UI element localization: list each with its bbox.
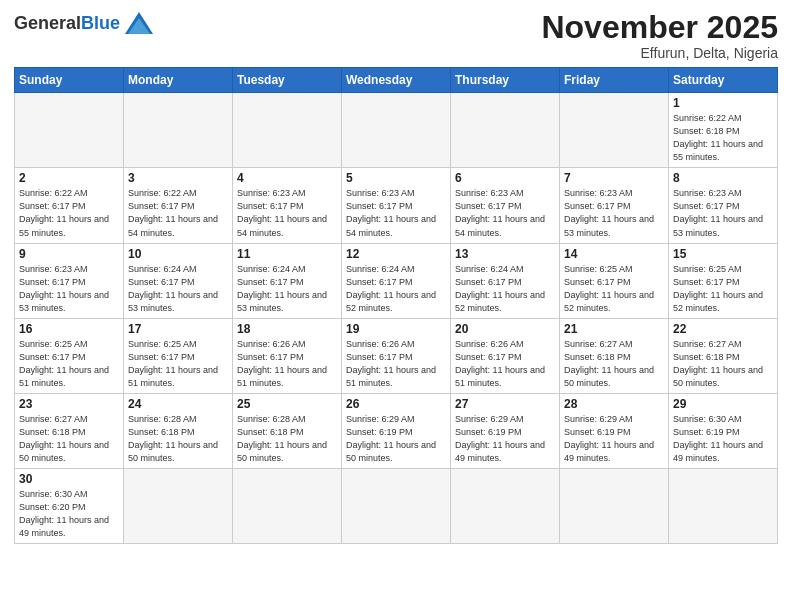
day-number: 23 (19, 397, 119, 411)
logo-icon (123, 10, 155, 36)
day-number: 21 (564, 322, 664, 336)
header: GeneralBlue November 2025 Effurun, Delta… (14, 10, 778, 61)
day-number: 11 (237, 247, 337, 261)
table-row: 18Sunrise: 6:26 AM Sunset: 6:17 PM Dayli… (233, 318, 342, 393)
table-row (233, 469, 342, 544)
day-number: 19 (346, 322, 446, 336)
table-row: 23Sunrise: 6:27 AM Sunset: 6:18 PM Dayli… (15, 393, 124, 468)
day-number: 2 (19, 171, 119, 185)
day-info: Sunrise: 6:24 AM Sunset: 6:17 PM Dayligh… (346, 263, 446, 315)
day-number: 15 (673, 247, 773, 261)
day-info: Sunrise: 6:26 AM Sunset: 6:17 PM Dayligh… (237, 338, 337, 390)
day-info: Sunrise: 6:25 AM Sunset: 6:17 PM Dayligh… (673, 263, 773, 315)
table-row: 3Sunrise: 6:22 AM Sunset: 6:17 PM Daylig… (124, 168, 233, 243)
calendar-header-row: Sunday Monday Tuesday Wednesday Thursday… (15, 68, 778, 93)
table-row: 21Sunrise: 6:27 AM Sunset: 6:18 PM Dayli… (560, 318, 669, 393)
day-info: Sunrise: 6:28 AM Sunset: 6:18 PM Dayligh… (237, 413, 337, 465)
day-info: Sunrise: 6:23 AM Sunset: 6:17 PM Dayligh… (237, 187, 337, 239)
day-info: Sunrise: 6:22 AM Sunset: 6:18 PM Dayligh… (673, 112, 773, 164)
table-row (233, 93, 342, 168)
table-row: 14Sunrise: 6:25 AM Sunset: 6:17 PM Dayli… (560, 243, 669, 318)
table-row: 1Sunrise: 6:22 AM Sunset: 6:18 PM Daylig… (669, 93, 778, 168)
table-row (669, 469, 778, 544)
table-row (560, 469, 669, 544)
header-sunday: Sunday (15, 68, 124, 93)
day-info: Sunrise: 6:25 AM Sunset: 6:17 PM Dayligh… (128, 338, 228, 390)
day-info: Sunrise: 6:26 AM Sunset: 6:17 PM Dayligh… (455, 338, 555, 390)
day-number: 5 (346, 171, 446, 185)
header-thursday: Thursday (451, 68, 560, 93)
day-number: 30 (19, 472, 119, 486)
day-number: 9 (19, 247, 119, 261)
day-info: Sunrise: 6:27 AM Sunset: 6:18 PM Dayligh… (673, 338, 773, 390)
table-row: 12Sunrise: 6:24 AM Sunset: 6:17 PM Dayli… (342, 243, 451, 318)
day-info: Sunrise: 6:30 AM Sunset: 6:19 PM Dayligh… (673, 413, 773, 465)
table-row (124, 469, 233, 544)
table-row: 29Sunrise: 6:30 AM Sunset: 6:19 PM Dayli… (669, 393, 778, 468)
logo-general: General (14, 13, 81, 34)
table-row: 6Sunrise: 6:23 AM Sunset: 6:17 PM Daylig… (451, 168, 560, 243)
day-number: 12 (346, 247, 446, 261)
day-info: Sunrise: 6:22 AM Sunset: 6:17 PM Dayligh… (128, 187, 228, 239)
day-number: 28 (564, 397, 664, 411)
table-row: 22Sunrise: 6:27 AM Sunset: 6:18 PM Dayli… (669, 318, 778, 393)
table-row: 4Sunrise: 6:23 AM Sunset: 6:17 PM Daylig… (233, 168, 342, 243)
day-number: 26 (346, 397, 446, 411)
table-row: 8Sunrise: 6:23 AM Sunset: 6:17 PM Daylig… (669, 168, 778, 243)
day-number: 18 (237, 322, 337, 336)
logo: GeneralBlue (14, 10, 155, 36)
day-number: 14 (564, 247, 664, 261)
day-info: Sunrise: 6:23 AM Sunset: 6:17 PM Dayligh… (455, 187, 555, 239)
table-row (15, 93, 124, 168)
table-row (124, 93, 233, 168)
table-row: 26Sunrise: 6:29 AM Sunset: 6:19 PM Dayli… (342, 393, 451, 468)
day-info: Sunrise: 6:26 AM Sunset: 6:17 PM Dayligh… (346, 338, 446, 390)
day-info: Sunrise: 6:27 AM Sunset: 6:18 PM Dayligh… (19, 413, 119, 465)
table-row: 2Sunrise: 6:22 AM Sunset: 6:17 PM Daylig… (15, 168, 124, 243)
day-number: 3 (128, 171, 228, 185)
table-row: 15Sunrise: 6:25 AM Sunset: 6:17 PM Dayli… (669, 243, 778, 318)
subtitle: Effurun, Delta, Nigeria (541, 45, 778, 61)
header-monday: Monday (124, 68, 233, 93)
day-info: Sunrise: 6:29 AM Sunset: 6:19 PM Dayligh… (346, 413, 446, 465)
calendar-table: Sunday Monday Tuesday Wednesday Thursday… (14, 67, 778, 544)
day-number: 4 (237, 171, 337, 185)
day-info: Sunrise: 6:23 AM Sunset: 6:17 PM Dayligh… (673, 187, 773, 239)
day-number: 8 (673, 171, 773, 185)
day-number: 7 (564, 171, 664, 185)
table-row: 9Sunrise: 6:23 AM Sunset: 6:17 PM Daylig… (15, 243, 124, 318)
table-row: 25Sunrise: 6:28 AM Sunset: 6:18 PM Dayli… (233, 393, 342, 468)
table-row (451, 469, 560, 544)
day-number: 13 (455, 247, 555, 261)
table-row: 10Sunrise: 6:24 AM Sunset: 6:17 PM Dayli… (124, 243, 233, 318)
day-info: Sunrise: 6:24 AM Sunset: 6:17 PM Dayligh… (128, 263, 228, 315)
table-row: 7Sunrise: 6:23 AM Sunset: 6:17 PM Daylig… (560, 168, 669, 243)
day-number: 22 (673, 322, 773, 336)
day-info: Sunrise: 6:22 AM Sunset: 6:17 PM Dayligh… (19, 187, 119, 239)
day-number: 1 (673, 96, 773, 110)
month-title: November 2025 (541, 10, 778, 45)
header-tuesday: Tuesday (233, 68, 342, 93)
table-row (451, 93, 560, 168)
day-info: Sunrise: 6:25 AM Sunset: 6:17 PM Dayligh… (564, 263, 664, 315)
day-info: Sunrise: 6:29 AM Sunset: 6:19 PM Dayligh… (564, 413, 664, 465)
day-info: Sunrise: 6:24 AM Sunset: 6:17 PM Dayligh… (455, 263, 555, 315)
title-area: November 2025 Effurun, Delta, Nigeria (541, 10, 778, 61)
day-number: 27 (455, 397, 555, 411)
table-row: 5Sunrise: 6:23 AM Sunset: 6:17 PM Daylig… (342, 168, 451, 243)
day-number: 29 (673, 397, 773, 411)
header-wednesday: Wednesday (342, 68, 451, 93)
day-info: Sunrise: 6:23 AM Sunset: 6:17 PM Dayligh… (346, 187, 446, 239)
table-row: 17Sunrise: 6:25 AM Sunset: 6:17 PM Dayli… (124, 318, 233, 393)
table-row: 30Sunrise: 6:30 AM Sunset: 6:20 PM Dayli… (15, 469, 124, 544)
day-number: 16 (19, 322, 119, 336)
header-saturday: Saturday (669, 68, 778, 93)
day-info: Sunrise: 6:27 AM Sunset: 6:18 PM Dayligh… (564, 338, 664, 390)
header-friday: Friday (560, 68, 669, 93)
day-number: 25 (237, 397, 337, 411)
day-info: Sunrise: 6:23 AM Sunset: 6:17 PM Dayligh… (19, 263, 119, 315)
logo-blue: Blue (81, 13, 120, 34)
day-info: Sunrise: 6:24 AM Sunset: 6:17 PM Dayligh… (237, 263, 337, 315)
day-number: 6 (455, 171, 555, 185)
table-row (342, 93, 451, 168)
